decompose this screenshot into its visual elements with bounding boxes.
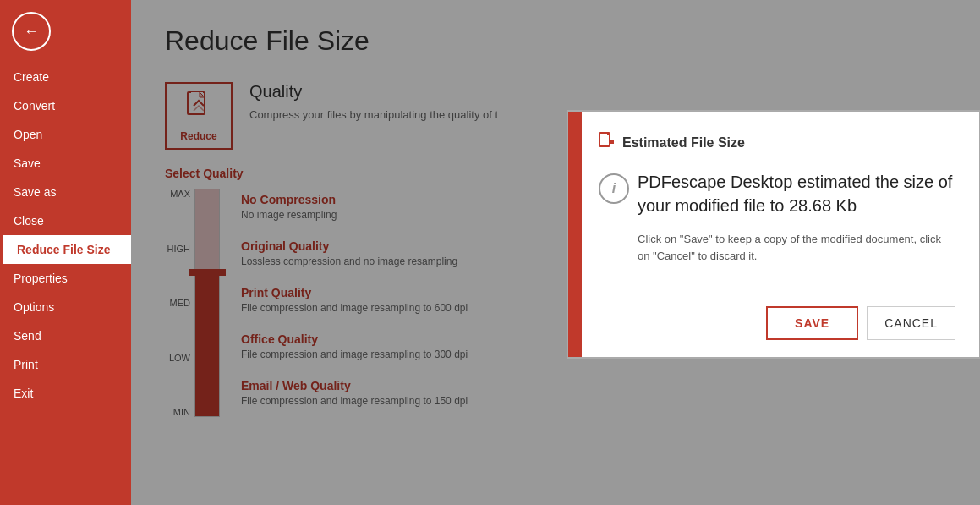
cancel-button[interactable]: CANCEL [867,306,955,340]
sidebar-item-reduce-file-size[interactable]: Reduce File Size [0,235,131,264]
sidebar-item-convert[interactable]: Convert [0,91,131,120]
sidebar-item-options[interactable]: Options [0,293,131,321]
sidebar-item-print[interactable]: Print [0,350,131,379]
modal-header-icon [599,132,614,153]
modal-sub: Click on "Save" to keep a copy of the mo… [638,231,955,264]
sidebar-item-open[interactable]: Open [0,120,131,149]
modal-actions: SAVE CANCEL [599,306,955,340]
modal-body-text: PDFescape Desktop estimated the size of … [638,170,955,289]
modal-dialog: Estimated File Size i PDFescape Desktop … [567,110,980,359]
back-button[interactable]: ← [12,12,51,51]
modal-inner: Estimated File Size i PDFescape Desktop … [582,112,979,357]
modal-header: Estimated File Size [599,132,955,153]
sidebar-item-properties[interactable]: Properties [0,264,131,293]
modal-accent-bar [568,112,582,357]
svg-rect-3 [610,140,614,144]
modal-message: PDFescape Desktop estimated the size of … [638,170,955,217]
sidebar: ← CreateConvertOpenSaveSave asCloseReduc… [0,0,131,505]
modal-body: i PDFescape Desktop estimated the size o… [599,170,955,289]
save-button[interactable]: SAVE [766,306,858,340]
sidebar-item-send[interactable]: Send [0,321,131,350]
sidebar-item-create[interactable]: Create [0,63,131,91]
info-icon: i [599,173,629,204]
sidebar-item-close[interactable]: Close [0,206,131,235]
sidebar-item-save-as[interactable]: Save as [0,178,131,206]
sidebar-item-save[interactable]: Save [0,149,131,178]
sidebar-item-exit[interactable]: Exit [0,379,131,408]
back-icon: ← [24,23,39,41]
modal-title: Estimated File Size [622,135,745,151]
sidebar-nav: CreateConvertOpenSaveSave asCloseReduce … [0,63,131,408]
